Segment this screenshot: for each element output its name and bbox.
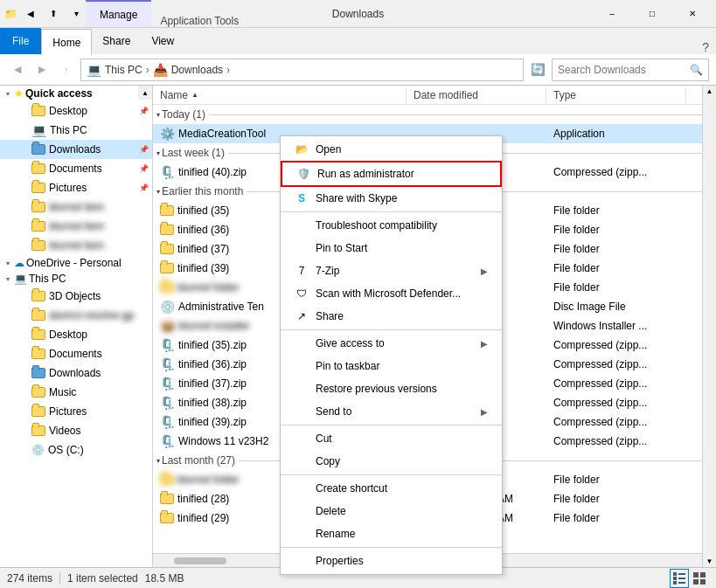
ctx-pin-start[interactable]: Pin to Start bbox=[281, 237, 502, 259]
address-path[interactable]: 💻 This PC › 📥 Downloads › bbox=[80, 59, 524, 81]
sidebar-item-documents2[interactable]: Documents bbox=[0, 344, 152, 363]
details-view-btn[interactable] bbox=[670, 569, 689, 588]
sidebar-item-blurred3[interactable]: blurred item bbox=[0, 236, 152, 255]
tab-share[interactable]: Share bbox=[92, 28, 141, 54]
file-type: File folder bbox=[546, 280, 686, 295]
svg-rect-8 bbox=[693, 579, 699, 585]
ctx-share-skype[interactable]: S Share with Skype bbox=[281, 187, 502, 210]
sidebar-item-label: blurred item bbox=[49, 220, 104, 232]
ctx-open[interactable]: 📂 Open bbox=[281, 138, 502, 161]
close-button[interactable]: ✕ bbox=[672, 0, 713, 28]
ctx-restore-versions[interactable]: Restore previous versions bbox=[281, 377, 502, 400]
ctx-pin-taskbar[interactable]: Pin to taskbar bbox=[281, 355, 502, 377]
sidebar-item-blurred2[interactable]: blurred item bbox=[0, 217, 152, 236]
ctx-run-as-admin[interactable]: 🛡️ Run as administrator bbox=[281, 161, 502, 187]
ctx-give-access[interactable]: Give access to ▶ bbox=[281, 332, 502, 355]
group-today[interactable]: ▾ Today (1) bbox=[153, 105, 702, 124]
ctx-troubleshoot[interactable]: Troubleshoot compatibility bbox=[281, 214, 502, 237]
up-button[interactable]: ↑ bbox=[56, 59, 77, 80]
sidebar-item-desktop2[interactable]: Desktop bbox=[0, 325, 152, 344]
scroll-up-btn[interactable]: ▲ bbox=[705, 86, 715, 97]
ctx-separator bbox=[281, 474, 502, 475]
sidebar-item-documents[interactable]: Documents 📌 bbox=[0, 159, 152, 178]
sidebar-item-pictures[interactable]: Pictures 📌 bbox=[0, 178, 152, 197]
window-controls: – □ ✕ bbox=[592, 0, 713, 28]
path-thispc[interactable]: This PC bbox=[105, 64, 143, 76]
path-downloads[interactable]: Downloads bbox=[171, 64, 223, 76]
back-button[interactable]: ◀ bbox=[7, 59, 28, 80]
selected-size: 18.5 MB bbox=[145, 572, 184, 585]
ctx-send-to[interactable]: Send to ▶ bbox=[281, 400, 502, 423]
tab-file[interactable]: File bbox=[0, 28, 41, 54]
help-button[interactable]: ? bbox=[702, 40, 709, 54]
empty-icon bbox=[295, 359, 309, 373]
ctx-share[interactable]: ↗ Share bbox=[281, 305, 502, 328]
window-title: Downloads bbox=[332, 8, 384, 20]
manage-tab[interactable]: Manage bbox=[86, 0, 151, 27]
sidebar-item-label: Downloads bbox=[49, 143, 101, 156]
scroll-down-btn[interactable]: ▼ bbox=[705, 556, 715, 567]
ctx-create-shortcut[interactable]: Create shortcut bbox=[281, 477, 502, 500]
sidebar-item-desktop[interactable]: Desktop 📌 bbox=[0, 101, 152, 121]
search-input[interactable] bbox=[558, 64, 686, 76]
file-size: 269 KB bbox=[686, 376, 702, 391]
file-size bbox=[686, 209, 702, 212]
sidebar-quick-access-header[interactable]: ▾ ★ Quick access bbox=[0, 86, 138, 101]
tab-view[interactable]: View bbox=[141, 28, 184, 54]
ctx-label: Share with Skype bbox=[316, 192, 397, 204]
ctx-copy[interactable]: Copy bbox=[281, 450, 502, 473]
sidebar-item-pictures2[interactable]: Pictures bbox=[0, 402, 152, 421]
col-header-date[interactable]: Date modified bbox=[407, 87, 546, 103]
group-label: Last month (27) bbox=[162, 454, 235, 467]
pin-icon: 📌 bbox=[139, 145, 149, 154]
large-icons-view-btn[interactable] bbox=[690, 569, 709, 588]
sidebar-onedrive-header[interactable]: ▾ ☁ OneDrive - Personal bbox=[0, 255, 152, 271]
app-tools-tab[interactable]: Application Tools bbox=[151, 15, 247, 27]
forward-button[interactable]: ▶ bbox=[31, 59, 52, 80]
ctx-rename[interactable]: Rename bbox=[281, 522, 502, 545]
folder-icon: 📁 bbox=[3, 7, 17, 21]
sidebar-item-blurred1[interactable]: blurred item bbox=[0, 197, 152, 217]
ctx-cut[interactable]: Cut bbox=[281, 427, 502, 450]
sidebar-item-osc[interactable]: 💿 OS (C:) bbox=[0, 440, 152, 460]
ctx-properties[interactable]: Properties bbox=[281, 550, 502, 572]
qat-properties[interactable]: ⬆ bbox=[44, 4, 63, 24]
folder-icon bbox=[31, 163, 45, 174]
folder-icon bbox=[31, 406, 45, 417]
search-box[interactable]: 🔍 bbox=[552, 59, 709, 81]
downloads-icon bbox=[31, 368, 45, 378]
maximize-button[interactable]: □ bbox=[632, 0, 672, 28]
col-header-type[interactable]: Type bbox=[546, 87, 686, 103]
address-bar: ◀ ▶ ↑ 💻 This PC › 📥 Downloads › 🔄 🔍 bbox=[0, 54, 716, 86]
quick-access-label: Quick access bbox=[25, 87, 93, 100]
sidebar-item-downloads2[interactable]: Downloads bbox=[0, 363, 152, 383]
sidebar-item-music[interactable]: Music bbox=[0, 383, 152, 402]
refresh-button[interactable]: 🔄 bbox=[527, 59, 548, 80]
sidebar-thispc-header[interactable]: ▾ 💻 This PC bbox=[0, 271, 152, 287]
ctx-scan-defender[interactable]: 🛡 Scan with Microsoft Defender... bbox=[281, 282, 502, 305]
sidebar-item-davinci[interactable]: davinci-resolve-gp bbox=[0, 306, 152, 325]
ctx-label: Restore previous versions bbox=[316, 383, 437, 395]
sidebar-item-videos[interactable]: Videos bbox=[0, 421, 152, 440]
ctx-7zip[interactable]: 7 7-Zip ▶ bbox=[281, 259, 502, 282]
vertical-scrollbar[interactable]: ▲ ▼ bbox=[702, 86, 716, 567]
folder-icon bbox=[31, 291, 45, 301]
star-icon: ★ bbox=[14, 87, 24, 100]
file-type: Compressed (zipp... bbox=[546, 376, 686, 391]
empty-icon bbox=[295, 481, 309, 495]
sidebar-item-thispc[interactable]: 💻 This PC bbox=[0, 121, 152, 140]
sidebar-item-downloads[interactable]: Downloads 📌 bbox=[0, 140, 152, 159]
empty-icon bbox=[295, 554, 309, 568]
sidebar-item-3dobjects[interactable]: 3D Objects bbox=[0, 287, 152, 306]
col-header-size[interactable]: Size bbox=[686, 87, 702, 103]
zip-icon: 🗜️ bbox=[160, 357, 175, 371]
qat-back[interactable]: ◀ bbox=[21, 4, 40, 24]
ctx-delete[interactable]: Delete bbox=[281, 500, 502, 522]
file-size: 19,008 KB bbox=[686, 126, 702, 142]
folder-icon bbox=[160, 205, 174, 216]
tab-home[interactable]: Home bbox=[41, 29, 92, 55]
minimize-button[interactable]: – bbox=[592, 0, 632, 28]
col-header-name[interactable]: Name ▲ bbox=[153, 87, 407, 103]
qat-dropdown[interactable]: ▾ bbox=[66, 4, 86, 24]
sidebar-scroll-arrow[interactable]: ▲ bbox=[138, 86, 152, 100]
